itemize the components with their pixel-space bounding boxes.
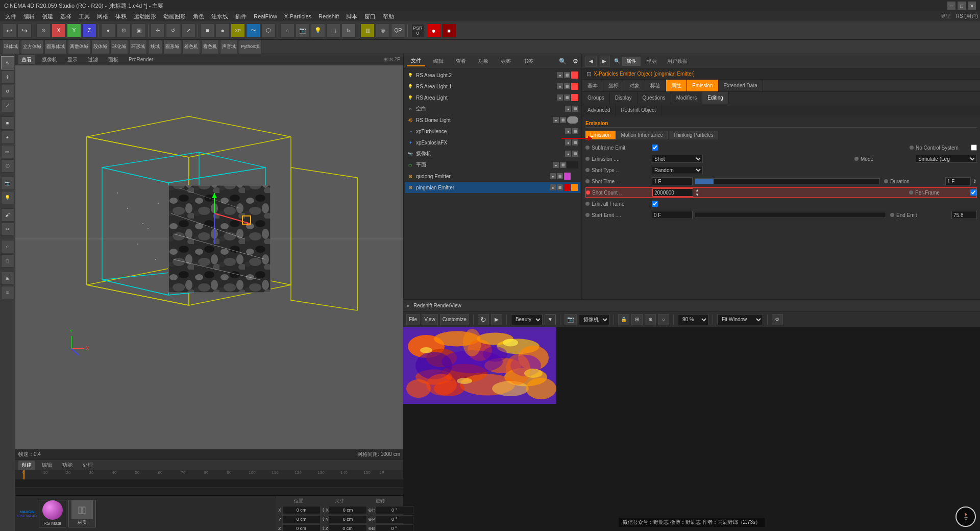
- 3d-viewport[interactable]: X Y: [15, 65, 403, 460]
- menu-select[interactable]: 选择: [57, 12, 75, 21]
- z-axis-button[interactable]: Z: [82, 23, 96, 38]
- menu-create[interactable]: 创建: [39, 12, 56, 21]
- camera-tab[interactable]: 摄像机: [39, 55, 60, 64]
- maximize-button[interactable]: □: [958, 2, 966, 10]
- vis-qudong[interactable]: ●: [550, 173, 556, 179]
- scene-item-rsarealight1[interactable]: 💡 RS Area Light.1 ● ▦: [405, 81, 580, 92]
- scene-item-null[interactable]: ○ 空白 ● ▦: [405, 103, 580, 114]
- light-btn[interactable]: 💡: [311, 23, 325, 38]
- shottype-dropdown[interactable]: Random: [652, 166, 703, 174]
- nocontrol-checkbox[interactable]: [971, 144, 977, 151]
- scene-search-icon[interactable]: 🔍: [559, 58, 567, 65]
- menu-xparticles[interactable]: X-Particles: [281, 13, 314, 20]
- x-axis-button[interactable]: X: [52, 23, 66, 38]
- material-texture[interactable]: ▥ 材质: [68, 500, 96, 527]
- duration-stepper[interactable]: ⇕: [973, 179, 977, 184]
- menu-animation[interactable]: 动画图形: [160, 12, 189, 21]
- deform-btn[interactable]: ⌂: [280, 23, 295, 38]
- x-size-input[interactable]: [329, 506, 367, 514]
- qr-btn[interactable]: QR: [391, 23, 405, 38]
- menu-window[interactable]: 窗口: [361, 12, 379, 21]
- viewport-area[interactable]: 查看 摄像机 显示 过滤 面板 ProRender ⊞ ✕ 2F Number …: [15, 54, 403, 460]
- edge-mode[interactable]: ⊡: [116, 23, 131, 38]
- sound-domain[interactable]: 声音域: [220, 40, 238, 54]
- vis-pingmian[interactable]: ●: [550, 184, 556, 190]
- segment-domain[interactable]: 段体域: [91, 40, 109, 54]
- y-size-input[interactable]: [329, 515, 367, 523]
- tl-func-tab[interactable]: 功能: [59, 461, 76, 470]
- scene-tab-tag[interactable]: 标签: [497, 57, 515, 66]
- menu-realflow[interactable]: RealFlow: [251, 13, 280, 20]
- pstab-modifiers[interactable]: Modifiers: [671, 92, 703, 104]
- shottime-slider[interactable]: [695, 178, 880, 184]
- sphere-btn[interactable]: ●: [215, 23, 230, 38]
- props-tab-coord[interactable]: 坐标: [643, 57, 661, 66]
- lock-xpexplosia[interactable]: ▦: [572, 139, 578, 146]
- scene-item-xpturb[interactable]: ⋯ xpTurbulence ● ▦: [405, 126, 580, 137]
- vis-icon[interactable]: ●: [557, 72, 563, 78]
- filter-tab[interactable]: 过滤: [85, 55, 101, 64]
- rs-lockcam-btn[interactable]: 🔒: [618, 314, 629, 325]
- ring-domain[interactable]: 环形域: [129, 40, 147, 54]
- xparticles-btn[interactable]: XP: [231, 23, 245, 38]
- viewport-canvas[interactable]: Number of emitters: 2 Total live particl…: [15, 65, 403, 460]
- ptab-coord[interactable]: 坐标: [603, 80, 624, 91]
- lock-icon-2[interactable]: ▦: [564, 83, 570, 89]
- vis-icon-null[interactable]: ●: [565, 106, 571, 112]
- rs-channel-btn[interactable]: ▼: [545, 314, 556, 325]
- vis-icon-2[interactable]: ●: [557, 83, 563, 89]
- tag-btn[interactable]: ⬚: [326, 23, 340, 38]
- tl-process-tab[interactable]: 处理: [80, 461, 96, 470]
- rec-btn[interactable]: ●: [427, 23, 441, 38]
- rs-customize-btn[interactable]: Customize: [440, 314, 469, 325]
- scene-item-rsarealight2[interactable]: 💡 RS Area Light.2 ● ▦: [405, 69, 580, 81]
- minimize-button[interactable]: ─: [947, 2, 955, 10]
- view-tab[interactable]: 查看: [18, 55, 35, 64]
- rs-camera-dropdown[interactable]: 摄像机: [579, 314, 609, 325]
- undo-button[interactable]: ↩: [2, 23, 16, 38]
- menu-volume[interactable]: 体积: [112, 12, 130, 21]
- tl-edit-tab[interactable]: 编辑: [39, 461, 55, 470]
- line-domain[interactable]: 线域: [148, 40, 162, 54]
- y-axis-button[interactable]: Y: [67, 23, 81, 38]
- x-pos-input[interactable]: [282, 506, 321, 514]
- vis-plane[interactable]: ●: [553, 162, 559, 168]
- ptab-emission[interactable]: 属性: [666, 80, 687, 91]
- shading-machine[interactable]: 着色机: [182, 40, 200, 54]
- paint-tool[interactable]: 🖌: [1, 208, 14, 222]
- move-tool[interactable]: ✛: [151, 23, 165, 38]
- ptab-object[interactable]: 对象: [624, 80, 645, 91]
- rs-refresh-btn[interactable]: ↻: [478, 314, 489, 325]
- material-rsMate[interactable]: RS Mate: [39, 500, 66, 527]
- scene-item-rsdome[interactable]: 🔆 RS Dome Light ● ▦: [405, 114, 580, 126]
- python-fill[interactable]: Python填: [239, 40, 262, 54]
- y-pos-input[interactable]: [282, 515, 321, 523]
- scale-tool-left[interactable]: ⤢: [1, 99, 14, 112]
- props-arrow-right[interactable]: ▶: [599, 56, 610, 67]
- sphere-domain[interactable]: 球体域: [2, 40, 20, 54]
- rs-grid-btn[interactable]: ⊞: [631, 314, 643, 325]
- x-rot-input[interactable]: [375, 506, 413, 514]
- shotcount-input[interactable]: [652, 188, 693, 197]
- vis-xpexplosia[interactable]: ●: [565, 139, 571, 146]
- endemit-input[interactable]: [951, 211, 977, 219]
- mat-btn[interactable]: ◎: [376, 23, 390, 38]
- lock-plane[interactable]: ▦: [560, 162, 566, 168]
- pstab-advanced[interactable]: Advanced: [582, 104, 616, 116]
- rs-beauty-dropdown[interactable]: Beauty: [511, 314, 543, 325]
- menu-plugins[interactable]: 插件: [232, 12, 250, 21]
- cube-domain[interactable]: 立方体域: [21, 40, 43, 54]
- pstab-display[interactable]: Display: [610, 92, 638, 104]
- scene-gear-icon[interactable]: ⚙: [573, 58, 578, 65]
- null-obj[interactable]: ○: [1, 240, 14, 253]
- point-mode[interactable]: ●: [101, 23, 115, 38]
- scene-item-camera[interactable]: 📷 摄像机 ● ▦: [405, 148, 580, 159]
- mode-dropdown[interactable]: Simulate (Leg: [916, 155, 977, 163]
- cube-btn[interactable]: ■: [200, 23, 214, 38]
- scene-tab-bookmark[interactable]: 书签: [519, 57, 537, 66]
- menu-mograph[interactable]: 运动图形: [131, 12, 159, 21]
- scene-item-qudong[interactable]: ⊡ qudong Emitter ● ▦: [405, 171, 580, 182]
- vis-icon-3[interactable]: ●: [557, 94, 563, 101]
- rs-settings-btn[interactable]: ⚙: [772, 314, 783, 325]
- sphere-prim[interactable]: ●: [1, 131, 14, 144]
